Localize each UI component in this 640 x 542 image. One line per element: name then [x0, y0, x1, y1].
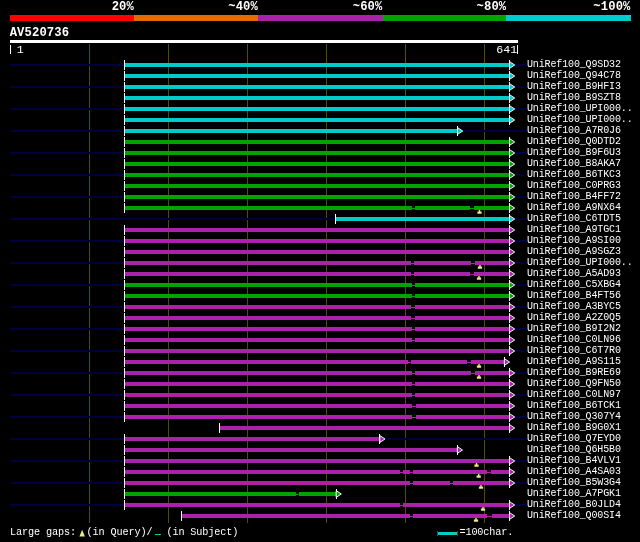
svg-text:UniRef100_A5AD93: UniRef100_A5AD93 [527, 268, 621, 279]
svg-text:UniRef100_A2Z0Q5: UniRef100_A2Z0Q5 [527, 312, 621, 323]
svg-text:UniRef100_B9F6U3: UniRef100_B9F6U3 [527, 147, 621, 158]
svg-text:UniRef100_UPI000..: UniRef100_UPI000.. [527, 103, 633, 114]
svg-text:UniRef100_Q6H5B0: UniRef100_Q6H5B0 [527, 444, 621, 455]
svg-text:UniRef100_Q9SD32: UniRef100_Q9SD32 [527, 59, 621, 70]
svg-text:UniRef100_Q307Y4: UniRef100_Q307Y4 [527, 411, 621, 422]
svg-text:UniRef100_B9RE69: UniRef100_B9RE69 [527, 367, 621, 378]
svg-text:Large gaps:: Large gaps: [10, 527, 76, 538]
svg-text:UniRef100_C0PRG3: UniRef100_C0PRG3 [527, 180, 621, 191]
svg-text:UniRef100_C0LN97: UniRef100_C0LN97 [527, 389, 621, 400]
svg-text:UniRef100_A9TGC1: UniRef100_A9TGC1 [527, 224, 621, 235]
svg-text:~60%: ~60% [353, 0, 383, 14]
svg-text:UniRef100_B9SZT8: UniRef100_B9SZT8 [527, 92, 621, 103]
svg-text:1: 1 [17, 43, 24, 56]
svg-text:20%: 20% [112, 0, 135, 14]
svg-text:(in Subject): (in Subject) [166, 527, 238, 538]
svg-text:~100%: ~100% [593, 0, 631, 14]
svg-text:UniRef100_A7R0J6: UniRef100_A7R0J6 [527, 125, 621, 136]
svg-text:UniRef100_UPI000..: UniRef100_UPI000.. [527, 114, 633, 125]
svg-text:UniRef100_B6TCK1: UniRef100_B6TCK1 [527, 400, 621, 411]
svg-text:UniRef100_A9NX64: UniRef100_A9NX64 [527, 202, 621, 213]
svg-text:UniRef100_B0JLD4: UniRef100_B0JLD4 [527, 499, 621, 510]
svg-text:UniRef100_Q9FN50: UniRef100_Q9FN50 [527, 378, 621, 389]
svg-text:UniRef100_A7PGK1: UniRef100_A7PGK1 [527, 488, 621, 499]
svg-text:UniRef100_C0LN96: UniRef100_C0LN96 [527, 334, 621, 345]
svg-text:UniRef100_Q7EYD0: UniRef100_Q7EYD0 [527, 433, 621, 444]
svg-text:UniRef100_A4SA03: UniRef100_A4SA03 [527, 466, 621, 477]
svg-text:(in Query)/: (in Query)/ [87, 527, 153, 538]
svg-text:641: 641 [496, 43, 517, 56]
svg-text:UniRef100_UPI000..: UniRef100_UPI000.. [527, 257, 633, 268]
svg-text:UniRef100_B6TKC3: UniRef100_B6TKC3 [527, 169, 621, 180]
svg-text:AV520736: AV520736 [10, 26, 69, 40]
svg-text:UniRef100_B4FF72: UniRef100_B4FF72 [527, 191, 621, 202]
svg-text:UniRef100_Q0DTD2: UniRef100_Q0DTD2 [527, 136, 621, 147]
svg-text:UniRef100_B8AKA7: UniRef100_B8AKA7 [527, 158, 621, 169]
svg-text:=100char.: =100char. [459, 527, 513, 538]
svg-text:UniRef100_Q00SI4: UniRef100_Q00SI4 [527, 510, 621, 521]
svg-text:UniRef100_B4VLV1: UniRef100_B4VLV1 [527, 455, 621, 466]
svg-text:UniRef100_C5XBG4: UniRef100_C5XBG4 [527, 279, 621, 290]
svg-text:UniRef100_A9SI00: UniRef100_A9SI00 [527, 235, 621, 246]
svg-text:UniRef100_A9SGZ3: UniRef100_A9SGZ3 [527, 246, 621, 257]
svg-text:UniRef100_A9S115: UniRef100_A9S115 [527, 356, 621, 367]
svg-text:UniRef100_C6T7R0: UniRef100_C6T7R0 [527, 345, 621, 356]
svg-text:~40%: ~40% [228, 0, 258, 14]
svg-text:UniRef100_B4FT56: UniRef100_B4FT56 [527, 290, 621, 301]
svg-text:UniRef100_B9HFI3: UniRef100_B9HFI3 [527, 81, 621, 92]
svg-text:UniRef100_A3BYC5: UniRef100_A3BYC5 [527, 301, 621, 312]
svg-text:UniRef100_C6TDT5: UniRef100_C6TDT5 [527, 213, 621, 224]
svg-text:~80%: ~80% [477, 0, 507, 14]
svg-text:UniRef100_B9I2N2: UniRef100_B9I2N2 [527, 323, 621, 334]
svg-text:UniRef100_B5W3G4: UniRef100_B5W3G4 [527, 477, 621, 488]
svg-text:UniRef100_B9G0X1: UniRef100_B9G0X1 [527, 422, 621, 433]
svg-text:UniRef100_Q94C78: UniRef100_Q94C78 [527, 70, 621, 81]
